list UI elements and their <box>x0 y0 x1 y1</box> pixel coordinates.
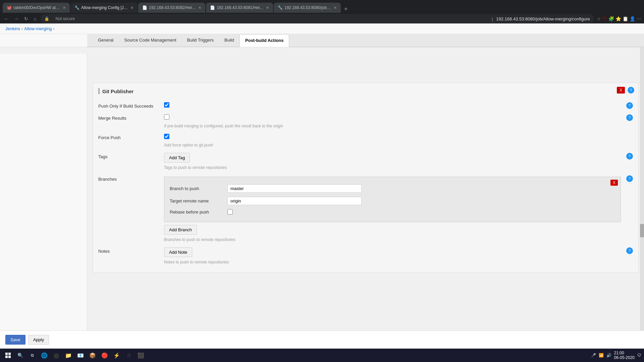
branch-to-push-row: Branch to push <box>170 182 615 195</box>
more-icon[interactable]: ⋯ <box>637 16 641 21</box>
tags-row: Tags Add Tag ? <box>98 150 633 165</box>
tab-build-triggers[interactable]: Build Triggers <box>182 34 219 47</box>
merge-results-control <box>164 114 621 121</box>
add-tag-button[interactable]: Add Tag <box>164 153 190 163</box>
url-separator: | <box>492 16 493 21</box>
notes-label: Notes <box>98 247 159 254</box>
tab-build[interactable]: Build <box>219 34 239 47</box>
branches-row: Branches X Branch to push Target remote … <box>98 173 633 237</box>
breadcrumb-sep-1: › <box>21 26 23 31</box>
target-remote-input[interactable] <box>227 197 362 205</box>
git-publisher-section: X ? Git Publisher Push Only If Build Suc… <box>93 82 639 273</box>
collections-icon[interactable]: 📋 <box>623 16 628 21</box>
tab-source-code-management[interactable]: Source Code Management <box>119 34 181 47</box>
tab-title-4: 192.168.43.53:8081/Hello.html <box>217 5 264 10</box>
breadcrumb-jenkins[interactable]: Jenkins <box>5 26 20 31</box>
push-only-row: Push Only If Build Succeeds ? <box>98 100 633 112</box>
tab-favicon-5: 🔧 <box>278 5 282 10</box>
top-bar: Jenkins › Allow-merging › General Source… <box>0 23 644 47</box>
forward-button[interactable]: → <box>13 15 20 23</box>
merge-results-checkbox[interactable] <box>164 114 169 120</box>
notes-help-button[interactable]: ? <box>626 247 633 254</box>
breadcrumb: Jenkins › Allow-merging › <box>0 23 644 34</box>
address-bar[interactable]: 🔒 Not secure | 192.168.43.53:8080/job/Al… <box>40 14 594 23</box>
tab-close-4[interactable]: ✕ <box>266 6 269 10</box>
add-note-button[interactable]: Add Note <box>164 247 192 257</box>
tags-help: Tags to push to remote repositories <box>164 165 633 173</box>
tab-favicon-4: 📄 <box>210 5 215 10</box>
tab-close-2[interactable]: ✕ <box>130 6 133 10</box>
back-button[interactable]: ← <box>3 15 10 23</box>
push-only-help-button[interactable]: ? <box>626 102 633 109</box>
browser-chrome: 🐙 raktim00/DevOpsHW at dev ✕ 🔧 Allow-mer… <box>0 0 644 23</box>
git-publisher-header: Git Publisher <box>98 88 633 94</box>
force-push-help: Add force option to git push <box>164 143 633 150</box>
force-push-label: Force Push <box>98 134 159 140</box>
git-publisher-help-button[interactable]: ? <box>628 87 634 94</box>
merge-results-label: Merge Results <box>98 114 159 121</box>
target-remote-label: Target remote name <box>170 198 223 203</box>
tags-label: Tags <box>98 153 159 159</box>
branches-help-button[interactable]: ? <box>626 175 633 182</box>
main-content: X ? Git Publisher Push Only If Build Suc… <box>87 77 644 305</box>
home-button[interactable]: ⌂ <box>32 15 38 23</box>
branches-control: X Branch to push Target remote name Reba… <box>164 175 621 235</box>
tab-2[interactable]: 🔧 Allow-merging Config [Jenkins] ✕ <box>70 3 138 13</box>
notes-help: Notes to push to remote repositories <box>164 260 633 267</box>
tab-post-build-actions[interactable]: Post-build Actions <box>239 34 289 47</box>
tab-close-3[interactable]: ✕ <box>198 6 201 10</box>
browser-actions: ☆ 🛡 🧩 ⭐ 📋 👤 ⋯ <box>597 16 641 21</box>
tab-1[interactable]: 🐙 raktim00/DevOpsHW at dev ✕ <box>3 3 70 13</box>
profile-icon[interactable]: 👤 <box>630 16 635 21</box>
rebase-row: Rebase before push <box>170 207 615 217</box>
force-push-checkbox[interactable] <box>164 134 169 139</box>
add-branch-button[interactable]: Add Branch <box>164 225 197 235</box>
tab-bar: 🐙 raktim00/DevOpsHW at dev ✕ 🔧 Allow-mer… <box>0 0 644 13</box>
tab-3[interactable]: 📄 192.168.43.53:8082/Hello.html ✕ <box>138 3 205 13</box>
tab-5[interactable]: 🔧 192.168.43.53:8080/job/Develop... ✕ <box>274 3 341 13</box>
rebase-checkbox[interactable] <box>227 209 233 215</box>
tab-close-5[interactable]: ✕ <box>334 6 337 10</box>
git-publisher-title: Git Publisher <box>102 88 133 94</box>
branch-card: X Branch to push Target remote name Reba… <box>164 177 621 222</box>
not-secure-label: Not secure <box>51 14 488 23</box>
tab-title-5: 192.168.43.53:8080/job/Develop... <box>284 5 332 10</box>
tab-general[interactable]: General <box>93 34 119 47</box>
tab-title-1: raktim00/DevOpsHW at dev <box>13 5 61 10</box>
tab-title-2: Allow-merging Config [Jenkins] <box>81 5 128 10</box>
tab-4[interactable]: 📄 192.168.43.53:8081/Hello.html ✕ <box>206 3 273 13</box>
tags-control: Add Tag <box>164 153 621 163</box>
new-tab-button[interactable]: + <box>341 6 351 13</box>
force-push-control <box>164 134 633 140</box>
branches-label: Branches <box>98 175 159 182</box>
bookmark-icon[interactable]: ☆ <box>597 16 601 21</box>
favorites-icon[interactable]: ⭐ <box>615 16 621 21</box>
sidebar <box>0 54 87 305</box>
shield-icon: 🛡 <box>602 16 607 21</box>
security-icon: 🔒 <box>44 16 49 21</box>
notes-control: Add Note <box>164 247 621 257</box>
branches-help: Branches to push to remote repositories <box>164 237 633 245</box>
add-branch-wrapper: Add Branch <box>164 225 621 235</box>
breadcrumb-sep-2: › <box>53 26 54 31</box>
tab-favicon-3: 📄 <box>142 5 147 10</box>
merge-results-help-button[interactable]: ? <box>626 114 633 121</box>
tab-favicon-2: 🔧 <box>74 5 79 10</box>
push-only-checkbox[interactable] <box>164 102 169 108</box>
target-remote-row: Target remote name <box>170 195 615 207</box>
branch-to-push-input[interactable] <box>227 184 362 193</box>
scrollbar-thumb[interactable] <box>640 224 644 237</box>
branch-close-button[interactable]: X <box>610 180 618 186</box>
url-text: 192.168.43.53:8080/job/Allow-merging/con… <box>496 16 590 21</box>
tags-help-button[interactable]: ? <box>626 153 633 160</box>
push-only-label: Push Only If Build Succeeds <box>98 102 159 109</box>
branch-to-push-label: Branch to push <box>170 186 223 191</box>
refresh-button[interactable]: ↻ <box>23 15 30 23</box>
extensions-icon[interactable]: 🧩 <box>608 16 614 21</box>
scrollbar[interactable] <box>640 37 644 305</box>
tab-title-3: 192.168.43.53:8082/Hello.html <box>149 5 196 10</box>
breadcrumb-allow-merging[interactable]: Allow-merging <box>24 26 52 31</box>
tab-close-1[interactable]: ✕ <box>63 6 66 10</box>
git-publisher-close-button[interactable]: X <box>617 87 625 94</box>
tab-favicon-1: 🐙 <box>7 5 11 10</box>
